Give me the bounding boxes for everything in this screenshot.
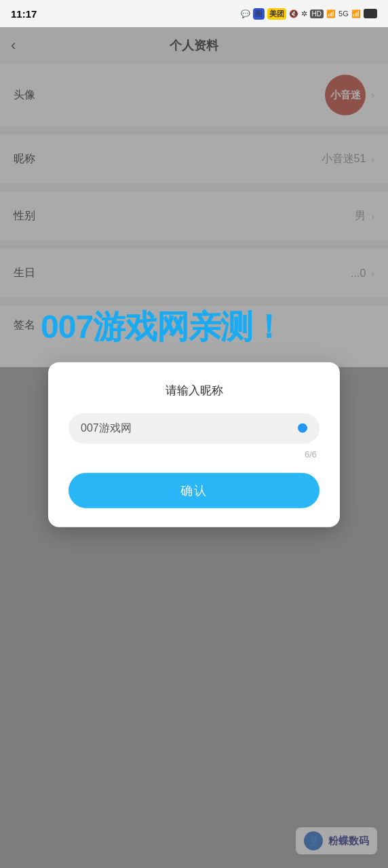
wifi-icon: 📶 <box>326 10 336 18</box>
battery-indicator: 86 <box>364 9 377 18</box>
app-icon: 圈 <box>253 8 265 20</box>
dialog-input-wrap[interactable]: 007游戏网 <box>69 413 319 443</box>
signal-5g: 5G <box>338 10 349 18</box>
mute-icon: 🔇 <box>289 10 298 18</box>
dialog-input-value: 007游戏网 <box>81 421 295 435</box>
confirm-button[interactable]: 确认 <box>69 472 319 508</box>
signal-bars: 📶 <box>351 10 361 18</box>
dialog-title: 请输入昵称 <box>69 382 319 398</box>
wechat-icon: 💬 <box>241 10 250 18</box>
meituan-icon: 美团 <box>267 8 286 20</box>
page-background: ‹ 个人资料 头像 小音迷 › 昵称 小音迷51 › 性别 <box>0 27 388 868</box>
char-count: 6/6 <box>69 449 319 459</box>
status-icons: 💬 圈 美团 🔇 ✲ HD 📶 5G 📶 86 <box>241 8 377 20</box>
nickname-dialog: 请输入昵称 007游戏网 6/6 确认 <box>48 362 340 527</box>
cursor-indicator <box>298 423 307 433</box>
hd-badge: HD <box>310 10 324 18</box>
status-time: 11:17 <box>11 8 37 20</box>
bluetooth-icon: ✲ <box>301 10 307 18</box>
status-bar: 11:17 💬 圈 美团 🔇 ✲ HD 📶 5G 📶 86 <box>0 0 388 27</box>
